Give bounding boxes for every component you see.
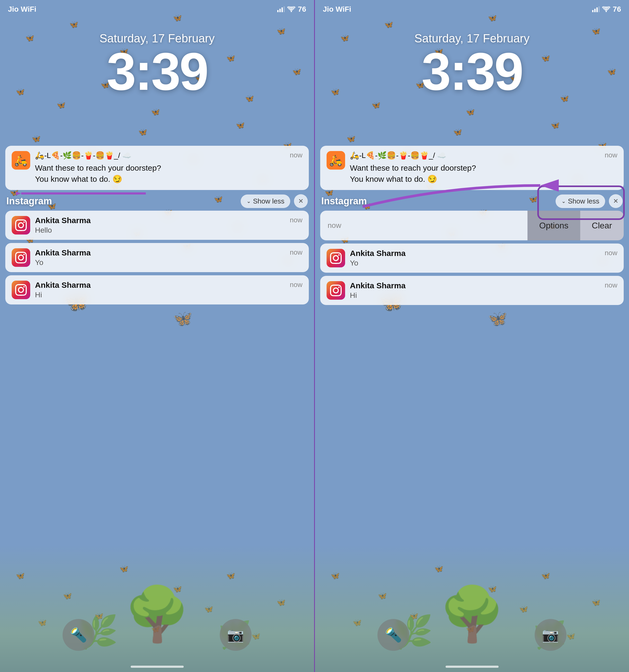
signal-icon-2 [592,6,600,12]
status-icons-1: 76 [277,5,306,14]
show-less-button-1[interactable]: ⌄ Show less [241,194,290,208]
ig-time-1-2: now [290,281,302,289]
ig-notification-1-1[interactable]: Ankita Sharma now Yo [5,243,309,272]
svg-point-11 [605,11,607,12]
ig-icon-1-0 [11,216,30,235]
clear-button-2[interactable]: Clear [580,211,624,240]
ig-icon-2-2 [327,281,345,300]
status-icons-2: 76 [592,5,621,14]
home-indicator-2 [446,666,498,668]
swiggy-content-2: 🛵-L🍕-🌿🍔-🍟-🍔🍟_/ ☁️ now Want these to reac… [350,151,618,185]
battery-2: 76 [613,5,621,14]
carrier-2: Jio WiFi [323,5,351,14]
ig-sender-1-1: Ankita Sharma [35,248,91,257]
instagram-group-2: Instagram ⌄ Show less ✕ now Options Clea… [320,194,624,305]
instagram-group-1: Instagram ⌄ Show less ✕ Ankita Sharma [5,194,309,305]
instagram-header-1: Instagram ⌄ Show less ✕ [5,194,309,208]
swiggy-notification-1[interactable]: 🛵 🛵-L🍕-🌿🍔-🍟-🍔🍟_/ ☁️ now Want these to re… [5,146,309,190]
instagram-icon-svg-1-0 [15,219,27,231]
ig-msg-1-0: Hello [35,226,302,235]
ig-content-2-2: Ankita Sharma now Hi [350,281,618,300]
ig-notification-2-1[interactable]: Ankita Sharma now Yo [320,243,624,273]
swiggy-icon-2: 🛵 [327,151,345,170]
ig-content-1-0: Ankita Sharma now Hello [35,216,302,235]
swiggy-content-1: 🛵-L🍕-🌿🍔-🍟-🍔🍟_/ ☁️ now Want these to reac… [35,151,302,185]
svg-rect-9 [597,7,598,12]
ig-sender-1-2: Ankita Sharma [35,281,91,290]
swiggy-notification-2[interactable]: 🛵 🛵-L🍕-🌿🍔-🍟-🍔🍟_/ ☁️ now Want these to re… [320,146,624,190]
ig-sender-2-2: Ankita Sharma [350,281,405,290]
instagram-group-title-1: Instagram [6,196,237,207]
wifi-icon-1 [287,6,295,12]
swiggy-body-2: Want these to reach your doorstep? You k… [350,163,618,185]
show-less-button-2[interactable]: ⌄ Show less [556,194,605,208]
ig-notification-2-2[interactable]: Ankita Sharma now Hi [320,276,624,305]
status-bar-1: Jio WiFi 76 [0,0,314,16]
phone-panel-1: 🦋 🦋 🦋 🦋 🦋 🦋 🦋 🦋 🦋 🦋 🦋 🦋 🦋 🦋 🦋 🦋 🦋 🦋 🦋 🦋 … [0,0,314,672]
swiggy-body-1: Want these to reach your doorstep? You k… [35,163,302,185]
clock-area-1: Saturday, 17 February 3:39 [0,32,314,98]
flashlight-button-2[interactable]: 🔦 [377,619,409,651]
ig-time-1-1: now [290,248,302,257]
status-bar-2: Jio WiFi 76 [315,0,629,16]
svg-rect-8 [594,9,596,12]
ig-content-2-1: Ankita Sharma now Yo [350,249,618,267]
svg-rect-7 [592,10,593,12]
panel-divider [314,0,315,672]
instagram-group-title-2: Instagram [321,196,552,207]
instagram-icon-svg-2-1 [330,252,342,264]
ig-time-1-0: now [290,216,302,224]
swiggy-icon-1: 🛵 [11,151,30,170]
svg-rect-10 [599,6,600,12]
ig-notification-1-0[interactable]: Ankita Sharma now Hello [5,211,309,240]
instagram-header-2: Instagram ⌄ Show less ✕ [320,194,624,208]
clock-time-2: 3:39 [315,45,629,98]
carrier-1: Jio WiFi [8,5,36,14]
ig-sender-1-0: Ankita Sharma [35,216,91,225]
wifi-icon-2 [602,6,610,12]
ig-icon-1-2 [11,281,30,299]
camera-button-1[interactable]: 📷 [220,619,252,651]
ig-time-2-1: now [605,249,618,257]
bottom-controls-2: 🔦 📷 [315,619,629,651]
ig-msg-2-2: Hi [350,291,618,300]
clock-time-1: 3:39 [0,45,314,98]
ig-icon-2-1 [327,249,345,267]
svg-rect-2 [281,7,283,12]
svg-rect-1 [279,9,281,12]
swiped-notification-row-2: now Options Clear [320,211,624,240]
bottom-controls-1: 🔦 📷 [0,619,314,651]
flashlight-button-1[interactable]: 🔦 [63,619,94,651]
instagram-icon-svg-1-2 [15,284,27,296]
clock-area-2: Saturday, 17 February 3:39 [315,32,629,98]
camera-button-2[interactable]: 📷 [535,619,566,651]
svg-point-4 [290,11,292,12]
signal-icon-1 [277,6,285,12]
swiped-time-2: now [320,211,349,240]
ig-content-1-1: Ankita Sharma now Yo [35,248,302,267]
close-button-2[interactable]: ✕ [609,194,623,208]
home-indicator-1 [131,666,184,668]
ig-sender-2-1: Ankita Sharma [350,249,405,258]
notifications-area-2: 🛵 🛵-L🍕-🌿🍔-🍟-🍔🍟_/ ☁️ now Want these to re… [320,146,624,308]
svg-rect-3 [284,6,285,12]
close-button-1[interactable]: ✕ [294,194,308,208]
options-button-2[interactable]: Options [528,211,580,240]
notifications-area-1: 🛵 🛵-L🍕-🌿🍔-🍟-🍔🍟_/ ☁️ now Want these to re… [5,146,309,308]
phone-panel-2: 🦋 🦋 🦋 🦋 🦋 🦋 🦋 🦋 🦋 🦋 🦋 🦋 🦋 🦋 🦋 🦋 🦋 🦋 🦋 🦋 … [315,0,629,672]
swiggy-time-1: now [290,151,302,159]
ig-content-1-2: Ankita Sharma now Hi [35,281,302,299]
battery-1: 76 [298,5,306,14]
ig-time-2-2: now [605,281,618,289]
ig-notification-1-2[interactable]: Ankita Sharma now Hi [5,275,309,305]
swiggy-title-2: 🛵-L🍕-🌿🍔-🍟-🍔🍟_/ ☁️ [350,151,446,160]
swiggy-time-2: now [605,151,618,159]
instagram-icon-svg-2-2 [330,285,342,296]
ig-msg-1-2: Hi [35,291,302,299]
ig-icon-1-1 [11,248,30,267]
ig-msg-2-1: Yo [350,259,618,267]
ig-msg-1-1: Yo [35,258,302,267]
svg-rect-0 [277,10,279,12]
swiggy-title-1: 🛵-L🍕-🌿🍔-🍟-🍔🍟_/ ☁️ [35,151,132,160]
instagram-icon-svg-1-1 [15,252,27,263]
